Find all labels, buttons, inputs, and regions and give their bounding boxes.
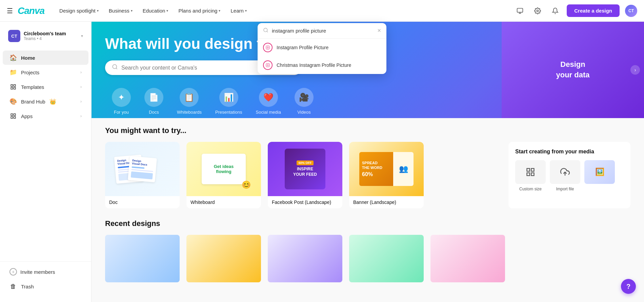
sidebar-item-home[interactable]: 🏠 Home [3,51,88,65]
create-design-button[interactable]: Create a design [567,4,620,17]
banner-inner: SPREADTHE WORD 60% 👥 [359,152,414,186]
custom-size-icon-box [515,160,546,184]
svg-point-19 [264,28,267,32]
presentations-icon: 📊 [219,88,238,107]
recent-card-1[interactable] [105,235,180,282]
quick-action-presentations[interactable]: 📊 Presentations [208,84,249,118]
svg-rect-17 [531,173,534,175]
menu-icon[interactable]: ☰ [7,7,13,15]
sidebar-item-trash[interactable]: 🗑 Trash [3,279,88,294]
instagram-icon [263,43,273,52]
recent-section-title: Recent designs [105,219,630,228]
doc-card[interactable]: DesignVisual Docs DesignVisual Docs [105,142,180,208]
banner-card-label: Banner (Landscape) [349,196,424,208]
qa-label-for-you: For you [114,110,129,115]
recent-card-4[interactable] [349,235,424,282]
brand-hub-icon: 🎨 [9,98,17,105]
dropdown-search-icon [263,27,268,34]
doc-card-label: Doc [105,196,180,208]
quick-action-videos[interactable]: 🎥 Videos [288,84,320,118]
svg-rect-0 [517,8,523,12]
wb-preview: Get ideasflowing 😊 [186,142,261,196]
team-selector[interactable]: CT Circleboom's team Teams • 4 ▾ [3,27,88,48]
search-result-1[interactable]: Instagram Profile Picture [258,39,386,56]
nav-education[interactable]: Education ▾ [139,6,173,16]
nav-business[interactable]: Business ▾ [105,6,137,16]
caret-icon: ▾ [97,9,99,13]
svg-rect-10 [11,117,13,118]
fb-text: INSPIREYOUR FEED [293,167,317,177]
nav-plans[interactable]: Plans and pricing ▾ [174,6,224,16]
svg-rect-6 [11,88,13,89]
svg-rect-5 [14,84,16,86]
search-result-2[interactable]: Christmas Instagram Profile Picture [258,56,386,74]
caret-icon: ▾ [245,9,247,13]
recent-preview-3 [268,235,342,282]
wb-title: Get ideasflowing [214,164,234,174]
media-thumbnail-option[interactable]: 🖼️ [584,160,615,191]
plus-icon: + [9,268,17,276]
banner-card[interactable]: SPREADTHE WORD 60% 👥 Banner (Landscape) [349,142,424,208]
qa-label-docs: Docs [149,110,159,115]
clear-search-icon[interactable]: × [377,27,381,34]
whiteboard-card[interactable]: Get ideasflowing 😊 Whiteboard [186,142,261,208]
fb-inner: 60% OFF INSPIREYOUR FEED [285,149,325,189]
banner-preview: SPREADTHE WORD 60% 👥 [349,142,424,196]
result-1-label: Instagram Profile Picture [277,45,328,50]
templates-caret-icon: › [80,84,82,89]
canva-logo[interactable]: Canva [18,5,44,16]
nav-learn[interactable]: Learn ▾ [226,6,250,16]
settings-icon[interactable] [531,5,544,17]
svg-point-3 [537,10,539,12]
fb-post-card[interactable]: 60% OFF INSPIREYOUR FEED Facebook Post (… [268,142,342,208]
quick-action-whiteboards[interactable]: 📋 Whiteboards [170,84,208,118]
sidebar-item-apps[interactable]: Apps › [3,109,88,123]
dropdown-search-input[interactable] [272,28,374,34]
team-name: Circleboom's team [24,31,78,36]
sidebar-item-templates[interactable]: Templates › [3,80,88,94]
projects-caret-icon: › [80,70,82,75]
sidebar-item-brand-hub[interactable]: 🎨 Brand Hub 👑 › [3,94,88,109]
svg-rect-7 [14,88,16,89]
banner-icon: 👥 [399,165,408,173]
sidebar-item-projects[interactable]: 📁 Projects › [3,65,88,79]
qa-label-presentations: Presentations [215,110,242,115]
import-file-option[interactable]: Import file [550,160,580,191]
sidebar-nav: 🏠 Home 📁 Projects › Templates › 🎨 Brand … [0,50,91,259]
custom-size-option[interactable]: Custom size [515,160,546,191]
media-section-title: Start creating from your media [515,149,624,155]
quick-action-docs[interactable]: 📄 Docs [138,84,170,118]
help-button[interactable]: ? [621,279,636,294]
nav-design-spotlight[interactable]: Design spotlight ▾ [55,6,103,16]
videos-icon: 🎥 [295,88,314,107]
caret-icon: ▾ [219,9,220,13]
recent-card-5[interactable] [430,235,505,282]
nav-links: Design spotlight ▾ Business ▾ Education … [55,6,251,16]
hero-right-banner: Designyour data › [502,22,644,118]
quick-action-social-media[interactable]: ❤️ Social media [249,84,287,118]
banner-left: SPREADTHE WORD 60% [359,152,393,186]
recent-card-3[interactable] [268,235,342,282]
avatar[interactable]: CT [625,5,637,17]
wb-inner: Get ideasflowing [202,154,246,184]
caret-icon: ▾ [166,9,168,13]
sidebar-label-templates: Templates [21,84,44,90]
quick-action-for-you[interactable]: ✦ For you [105,84,138,118]
fb-card-label: Facebook Post (Landscape) [268,196,342,208]
invite-members-button[interactable]: + Invite members [3,265,88,279]
whiteboards-icon: 📋 [180,88,199,107]
hero-next-arrow[interactable]: › [630,65,640,75]
notification-icon[interactable] [549,5,561,17]
result-2-label: Christmas Instagram Profile Picture [277,62,351,68]
svg-rect-16 [527,173,530,175]
recent-card-2[interactable] [186,235,261,282]
recent-preview-1 [105,235,180,282]
monitor-icon[interactable] [514,5,526,17]
media-thumb-icon: 🖼️ [595,168,604,176]
recent-preview-5 [430,235,505,282]
docs-icon: 📄 [144,88,163,107]
sidebar-bottom: + Invite members 🗑 Trash [0,261,91,297]
banner-right: 👥 [393,152,414,186]
brand-hub-caret-icon: › [80,99,82,104]
svg-rect-9 [14,114,16,115]
